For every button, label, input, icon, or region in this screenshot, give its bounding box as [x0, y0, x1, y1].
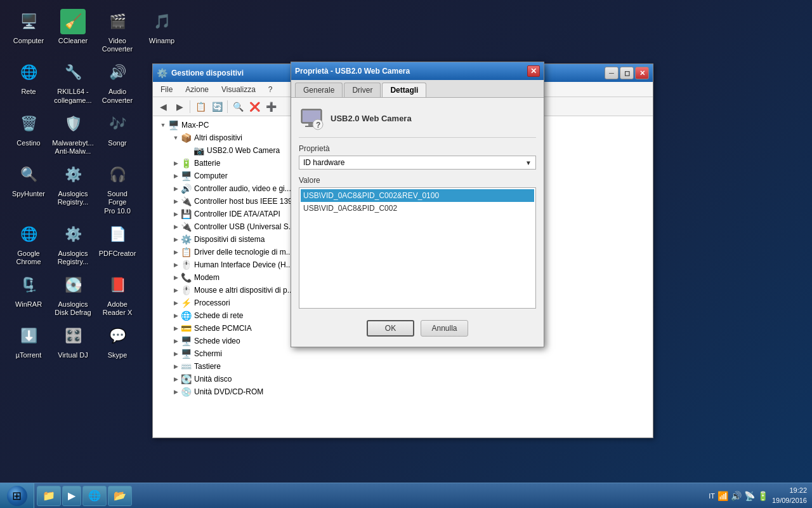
tab-generale[interactable]: Generale — [295, 83, 343, 97]
toolbar-properties[interactable]: 📋 — [193, 99, 208, 114]
tree-label-ide: Controller IDE ATA/ATAPI — [194, 210, 280, 218]
tree-label-tastiere: Tastiere — [194, 362, 221, 371]
expand-computer[interactable]: ▶ — [171, 171, 181, 181]
desktop-icon-utorrent[interactable]: ⬇️ µTorrent — [6, 321, 51, 362]
expand-schede-rete[interactable]: ▶ — [171, 311, 181, 321]
tree-icon-tastiere: ⌨️ — [181, 361, 192, 371]
tree-icon-driver: 📋 — [181, 247, 192, 257]
tree-label-usb: Controller USB (Universal S... — [194, 222, 295, 231]
desktop-icon-virtualdj[interactable]: 🎛️ Virtual DJ — [51, 321, 95, 362]
taskbar-item-chrome[interactable]: 🌐 — [82, 486, 107, 506]
desktop-icon-ccleaner[interactable]: 🧹 CCleaner — [51, 6, 95, 56]
expand-pcmcia[interactable]: ▶ — [171, 323, 181, 333]
expand-mouse[interactable]: ▶ — [171, 285, 181, 295]
expand-tastiere[interactable]: ▶ — [171, 361, 181, 371]
desktop-icon-pdfcreator[interactable]: 📄 PDFCreator — [95, 219, 140, 269]
desktop-icon-chrome[interactable]: 🌐 GoogleChrome — [6, 219, 51, 269]
toolbar-update[interactable]: 🔄 — [209, 99, 225, 114]
desktop-icon-adobe-reader[interactable]: 📕 AdobeReader X — [95, 270, 140, 319]
menu-azione[interactable]: Azione — [180, 84, 214, 95]
expand-altri[interactable]: ▼ — [171, 133, 181, 143]
chrome-taskbar-icon: 🌐 — [88, 490, 101, 502]
desktop-icon-rkill64[interactable]: 🔧 RKILL64 -collegame... — [51, 57, 95, 107]
toolbar-back[interactable]: ◀ — [155, 99, 171, 114]
taskbar-clock[interactable]: 19:22 19/09/2016 — [772, 486, 807, 505]
taskbar-item-file-explorer[interactable]: 📁 — [37, 486, 61, 506]
taskbar-item-folder[interactable]: 📂 — [108, 486, 132, 506]
expand-sistema[interactable]: ▶ — [171, 234, 181, 244]
start-button[interactable]: ⊞ — [0, 483, 34, 509]
tree-item-tastiere[interactable]: ▶ ⌨️ Tastiere — [168, 360, 650, 373]
toolbar-scan[interactable]: 🔍 — [230, 99, 246, 114]
property-dropdown[interactable]: ID hardware ▼ — [299, 156, 536, 170]
expand-ide[interactable]: ▶ — [171, 209, 181, 219]
close-button[interactable]: ✕ — [635, 67, 649, 79]
ok-button[interactable]: OK — [367, 320, 414, 337]
device-name: USB2.0 Web Camera — [331, 114, 412, 123]
expand-dvd[interactable]: ▶ — [171, 387, 181, 397]
file-explorer-icon: 📁 — [43, 490, 55, 502]
desktop-icon-winamp[interactable]: 🎵 Winamp — [140, 6, 184, 56]
minimize-button[interactable]: ─ — [605, 67, 619, 79]
tree-label-schede-rete: Schede di rete — [194, 311, 243, 320]
device-manager-icon: ⚙️ — [157, 68, 167, 78]
expand-batterie[interactable]: ▶ — [171, 158, 181, 168]
desktop-icon-spyhunter[interactable]: 🔍 SpyHunter — [6, 159, 51, 218]
desktop-icon-cestino[interactable]: 🗑️ Cestino — [6, 109, 51, 158]
desktop-icon-auslogics-registry[interactable]: ⚙️ AuslogicsRegistry... — [51, 159, 95, 218]
desktop-icon-computer[interactable]: 🖥️ Computer — [6, 6, 51, 56]
taskbar-item-media[interactable]: ▶ — [62, 486, 81, 506]
desktop-icon-audio-converter[interactable]: 🔊 AudioConverter — [95, 57, 140, 107]
expand-hostbus[interactable]: ▶ — [171, 196, 181, 206]
desktop-icon-rete[interactable]: 🌐 Rete — [6, 57, 51, 107]
desktop-icon-skype[interactable]: 💬 Skype — [95, 321, 140, 362]
cancel-button[interactable]: Annulla — [421, 320, 468, 337]
desktop-icon-malwarebytes[interactable]: 🛡️ Malwarebyt...Anti-Malw... — [51, 109, 95, 158]
value-list-item-1[interactable]: USB\VID_0AC8&PID_C002 — [301, 202, 534, 215]
desktop-icon-video-converter[interactable]: 🎬 VideoConverter — [95, 6, 140, 56]
tab-dettagli[interactable]: Dettagli — [382, 83, 426, 97]
property-label: Proprietà — [299, 144, 536, 153]
expand-usb[interactable]: ▶ — [171, 222, 181, 232]
folder-icon: 📂 — [114, 490, 126, 502]
expand-schede-video[interactable]: ▶ — [171, 336, 181, 346]
tree-item-schermi[interactable]: ▶ 🖥️ Schermi — [168, 347, 650, 360]
restore-button[interactable]: ◻ — [620, 67, 634, 79]
toolbar-add[interactable]: ➕ — [263, 99, 278, 114]
desktop-icon-songr[interactable]: 🎶 Songr — [95, 109, 140, 158]
tab-driver[interactable]: Driver — [344, 83, 381, 97]
clock-time: 19:22 — [772, 486, 807, 495]
tree-label-unita-disco: Unità disco — [194, 375, 232, 384]
value-list[interactable]: USB\VID_0AC8&PID_C002&REV_0100 USB\VID_0… — [299, 187, 536, 309]
tree-label-driver: Driver delle tecnologie di m... — [194, 248, 292, 257]
tree-item-unita-disco[interactable]: ▶ 💽 Unità disco — [168, 373, 650, 385]
menu-file[interactable]: File — [155, 84, 178, 95]
expand-webcam[interactable] — [183, 145, 193, 156]
desktop-icon-auslogics-disk[interactable]: 💽 AuslogicsDisk Defrag — [51, 270, 95, 319]
tree-label-computer: Computer — [194, 171, 228, 180]
toolbar-uninstall[interactable]: ❌ — [247, 99, 262, 114]
desktop: 🖥️ Computer 🧹 CCleaner 🎬 VideoConverter … — [0, 0, 812, 508]
expand-driver[interactable]: ▶ — [171, 247, 181, 257]
menu-visualizza[interactable]: Visualizza — [216, 84, 261, 95]
expand-unita-disco[interactable]: ▶ — [171, 374, 181, 384]
expand-max-pc[interactable]: ▼ — [158, 120, 168, 130]
value-list-item-0[interactable]: USB\VID_0AC8&PID_C002&REV_0100 — [301, 189, 534, 202]
desktop-icon-winrar[interactable]: 🗜️ WinRAR — [6, 270, 51, 319]
desktop-icon-auslogics2[interactable]: ⚙️ AuslogicsRegistry... — [51, 219, 95, 269]
properties-dialog: Proprietà - USB2.0 Web Camera ✕ Generale… — [291, 62, 544, 347]
expand-audio[interactable]: ▶ — [171, 184, 181, 194]
tray-network-icon: 📶 — [717, 491, 728, 501]
expand-modem[interactable]: ▶ — [171, 272, 181, 283]
expand-schermi[interactable]: ▶ — [171, 349, 181, 359]
expand-hid[interactable]: ▶ — [171, 260, 181, 270]
tree-label-audio: Controller audio, video e gi... — [194, 184, 291, 193]
menu-help[interactable]: ? — [263, 84, 278, 95]
desktop-icon-soundforge[interactable]: 🎧 Sound ForgePro 10.0 — [95, 159, 140, 218]
toolbar-forward[interactable]: ▶ — [172, 99, 187, 114]
toolbar-sep1 — [190, 100, 190, 113]
properties-close-button[interactable]: ✕ — [527, 65, 540, 77]
tree-item-dvd[interactable]: ▶ 💿 Unità DVD/CD-ROM — [168, 385, 650, 398]
start-orb[interactable]: ⊞ — [7, 486, 27, 506]
expand-processori[interactable]: ▶ — [171, 298, 181, 308]
